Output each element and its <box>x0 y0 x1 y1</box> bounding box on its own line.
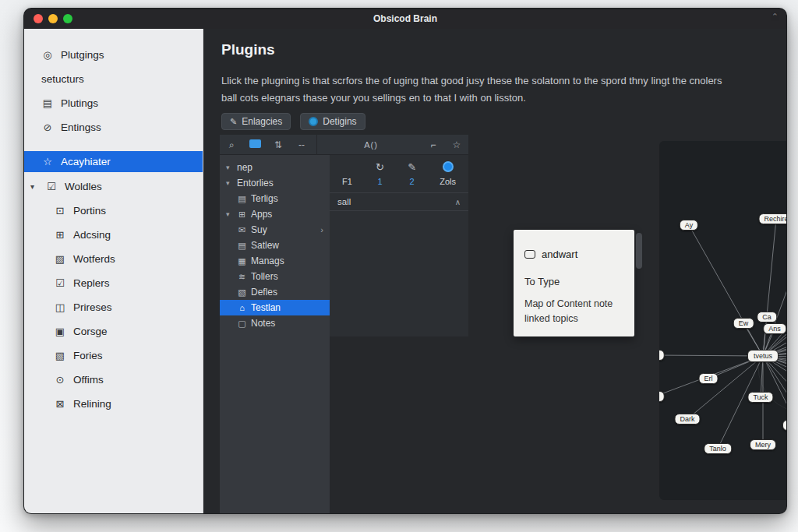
grid-folder-icon: ⊞ <box>237 210 247 220</box>
tree-item-label: Manags <box>251 255 284 266</box>
graph-node-ay[interactable]: Ay <box>680 220 698 231</box>
tree-item-nep[interactable]: ▾nep <box>220 160 330 175</box>
sidebar-item-adcsing[interactable]: ⊞Adcsing <box>24 224 203 245</box>
tree-item-apps[interactable]: ▾⊞Apps <box>220 206 330 222</box>
toolbar-divider <box>316 135 317 155</box>
toolbar-mode-label: A() <box>320 140 422 150</box>
star-icon: ☆ <box>41 156 54 167</box>
sidebar-item-acayhiater[interactable]: ☆Acayhiater <box>24 151 203 172</box>
box-hatch-icon: ▨ <box>54 253 66 265</box>
chat-icon: ✉ <box>237 225 247 235</box>
graph-node-ew[interactable]: Ew <box>733 318 754 329</box>
sidebar-item-offims[interactable]: ⊙Offims <box>24 369 203 389</box>
sidebar-item-fories[interactable]: ▧Fories <box>24 345 203 365</box>
scrollbar-thumb[interactable] <box>636 233 642 269</box>
graph-node-rechire[interactable]: Rechire <box>758 213 787 224</box>
graph-view: AyRechireInstoyFonuplapFornleiesLelework… <box>659 141 787 500</box>
graph-node-erl[interactable]: Erl <box>699 373 719 384</box>
tree-item-entorlies[interactable]: ▾Entorlies <box>220 175 330 191</box>
traffic-lights <box>34 14 72 23</box>
tree-item-terligs[interactable]: ▤Terligs <box>220 191 330 206</box>
tree-item-satlew[interactable]: ▤Satlew <box>220 238 330 253</box>
sidebar-item-label: Plutgings <box>61 49 104 61</box>
folder-icon[interactable] <box>243 139 267 150</box>
doc-icon: ▧ <box>237 287 247 298</box>
sidebar-item-corsge[interactable]: ▣Corsge <box>24 321 203 341</box>
close-button[interactable] <box>34 14 43 23</box>
graph-node-ev[interactable]: Ev <box>659 350 664 361</box>
graph-node-fecile[interactable]: Fecile <box>782 420 787 431</box>
inspector-tab-zols[interactable]: Zols <box>440 161 456 186</box>
file-tree: ▾nep▾Entorlies▤Terligs▾⊞Apps✉Suy›▤Satlew… <box>220 155 330 513</box>
sidebar-item-portins[interactable]: ⊡Portins <box>24 200 203 220</box>
pen-icon: ✎ <box>408 161 416 174</box>
tree-item-label: Satlew <box>251 240 279 251</box>
box-shade-icon: ▧ <box>54 350 66 361</box>
sidebar-item-label: setucturs <box>41 73 84 85</box>
tree-item-testlan[interactable]: ⌂Testlan <box>220 300 330 315</box>
pen-icon: ✎ <box>230 117 237 127</box>
sidebar-item-woldles[interactable]: ▾☑Woldles <box>24 176 203 196</box>
enlagcies-button[interactable]: ✎ Enlagcies <box>221 113 291 130</box>
sidebar-item-prireses[interactable]: ◫Prireses <box>24 297 203 317</box>
section-header[interactable]: sall ∧ <box>330 192 468 211</box>
tree-item-suy[interactable]: ✉Suy› <box>220 222 330 238</box>
sidebar-item-plutings[interactable]: ▤Plutings <box>24 93 203 113</box>
box-cross-icon: ⊠ <box>54 398 66 410</box>
chevron-up-icon: ∧ <box>455 198 461 206</box>
tree-item-defles[interactable]: ▧Defles <box>220 284 330 300</box>
inspector-tab-1[interactable]: ↻1 <box>376 161 384 186</box>
section-label: sall <box>337 197 351 206</box>
graph-node-tanlo[interactable]: Tanlo <box>704 443 732 454</box>
inspector-tab-2[interactable]: ✎2 <box>408 161 416 186</box>
circle-dot-icon: ⊙ <box>54 374 66 386</box>
box-split-icon: ◫ <box>54 301 66 313</box>
tree-item-manags[interactable]: ▦Manags <box>220 253 330 269</box>
more-icon[interactable]: -- <box>290 139 313 150</box>
tree-item-tollers[interactable]: ≋Tollers <box>220 269 330 284</box>
sidebar-item-relining[interactable]: ⊠Relining <box>24 393 203 414</box>
minimize-button[interactable] <box>48 14 58 23</box>
checkbox-icon: ☑ <box>54 277 66 289</box>
graph-node-ans[interactable]: Ans <box>763 323 786 334</box>
titlebar: Obsicod Brain ⌃ <box>24 9 786 29</box>
inspector-tab-f1[interactable]: F1 <box>342 161 352 186</box>
description-line-1: Llick the plugning is that scrfors the o… <box>221 75 722 86</box>
graph-node-mery[interactable]: Mery <box>750 439 776 450</box>
sort-icon[interactable]: ⇅ <box>267 139 290 150</box>
graph-node-ev[interactable]: Ev <box>659 391 664 402</box>
checkbox-icon: ☑ <box>45 181 58 192</box>
chevron-right-icon: › <box>320 225 323 234</box>
sidebar-item-setucturs[interactable]: setucturs <box>24 69 203 89</box>
sidebar-item-plutgings[interactable]: ◎Plutgings <box>24 44 203 65</box>
graph-node-center[interactable]: tvetus <box>747 350 779 362</box>
inspector-tab-label: F1 <box>342 177 352 186</box>
titlebar-menu-icon[interactable]: ⌃ <box>772 12 779 22</box>
sidebar-item-label: Fories <box>73 350 103 361</box>
graph-node-dark[interactable]: Dark <box>674 414 700 425</box>
circled-glyph-icon: ◎ <box>41 49 54 61</box>
popup-line-2: Map of Content note linked topics <box>524 297 625 326</box>
sidebar-item-label: Adcsing <box>73 229 111 241</box>
graph-node-tuck[interactable]: Tuck <box>747 392 773 403</box>
detigins-button[interactable]: Detigins <box>300 113 365 130</box>
popup-title-row[interactable]: andwart <box>524 248 625 260</box>
tree-item-notes[interactable]: ▢Notes <box>220 315 330 331</box>
page-description: Llick the plugning is that scrfors the o… <box>221 72 767 107</box>
corner-icon[interactable]: ⌐ <box>422 139 445 150</box>
sidebar-item-entingss[interactable]: ⊘Entingss <box>24 117 203 137</box>
box-plus-icon: ⊞ <box>54 229 66 241</box>
tree-item-label: Testlan <box>251 302 281 313</box>
sidebar-item-wotferds[interactable]: ▨Wotferds <box>24 248 203 269</box>
zoom-button[interactable] <box>63 14 72 23</box>
description-line-2: ball cots elegnars thase your you sellin… <box>221 92 526 104</box>
graph-node-ca[interactable]: Ca <box>757 312 777 322</box>
waves-icon: ≋ <box>237 272 247 282</box>
star-icon[interactable]: ☆ <box>445 139 468 150</box>
folder-icon: ▤ <box>237 241 247 251</box>
tree-item-label: Tollers <box>251 271 278 282</box>
sidebar-item-replers[interactable]: ☑Replers <box>24 273 203 293</box>
tree-item-label: Notes <box>251 318 275 329</box>
search-icon[interactable]: ⌕ <box>220 139 243 150</box>
box-dot-icon: ▣ <box>54 326 66 337</box>
